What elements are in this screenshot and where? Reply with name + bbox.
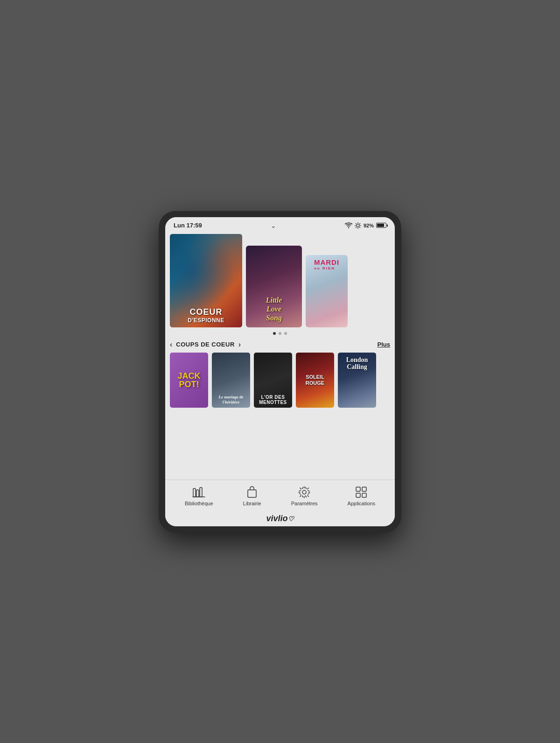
featured-book-2-title: LittleLoveSong [266,296,282,323]
apps-icon [354,486,369,499]
next-arrow[interactable]: › [238,340,241,349]
nav-applications-label: Applications [348,501,375,506]
nav-parametres[interactable]: Paramètres [291,486,318,506]
nav-librairie-label: Librairie [243,501,261,506]
svg-rect-17 [356,493,360,497]
wifi-icon [345,222,352,228]
book-menottes-title: L'OR DESMENOTTES [259,395,287,405]
vivlio-footer: vivlio♡ [165,510,395,526]
nav-parametres-label: Paramètres [291,501,318,506]
section-nav: ‹ COUPS DE COEUR › [170,340,241,349]
book-jackpot[interactable]: JACKPOT! [170,353,208,408]
svg-rect-16 [362,487,366,491]
book-london[interactable]: LondonCalling [338,353,376,408]
svg-rect-18 [362,493,366,497]
nav-bibliotheque[interactable]: Bibliothèque [185,486,213,506]
library-icon [191,486,206,499]
svg-rect-15 [356,487,360,491]
nav-applications[interactable]: Applications [348,486,375,506]
battery-icon [376,223,386,228]
featured-book-3[interactable]: MARDI ou RIEN [306,255,348,327]
status-right: 92% [345,222,386,229]
svg-line-7 [359,223,360,224]
settings-icon [297,486,312,499]
bottom-nav: Bibliothèque Librairie [165,480,395,510]
section-header: ‹ COUPS DE COEUR › Plus [170,340,390,349]
carousel-dots [170,332,390,335]
featured-book-3-title: MARDI ou RIEN [314,259,339,271]
nav-librairie[interactable]: Librairie [243,486,261,506]
battery-percent: 92% [364,223,374,228]
vivlio-heart-icon: ♡ [288,515,294,523]
more-link[interactable]: Plus [378,341,390,348]
books-row: JACKPOT! Le mariage del'héritière L'OR D… [170,353,390,408]
prev-arrow[interactable]: ‹ [170,340,172,349]
chevron-down-icon[interactable]: ⌄ [271,222,276,229]
section-title: COUPS DE COEUR [176,341,234,348]
dot-1[interactable] [273,332,276,335]
book-mariage[interactable]: Le mariage del'héritière [212,353,250,408]
featured-carousel[interactable]: COEUR D'ESPIONNE LittleLoveSong [170,232,390,338]
svg-rect-10 [196,490,199,497]
book-menottes[interactable]: L'OR DESMENOTTES [254,353,292,408]
device: Lun 17:59 ⌄ [159,211,401,533]
screen: Lun 17:59 ⌄ [165,217,395,526]
svg-rect-13 [248,490,256,497]
dot-2[interactable] [279,332,281,335]
featured-book-1[interactable]: COEUR D'ESPIONNE [170,234,242,327]
svg-line-8 [356,227,356,227]
svg-line-5 [356,223,356,224]
featured-book-2[interactable]: LittleLoveSong [246,246,302,327]
book-london-title: LondonCalling [346,356,368,371]
store-icon [245,486,259,499]
status-time: Lun 17:59 [174,222,202,229]
svg-line-6 [359,227,360,227]
book-soleil[interactable]: SOLEILROUGE [296,353,334,408]
nav-bibliotheque-label: Bibliothèque [185,501,213,506]
book-soleil-title: SOLEILROUGE [306,374,324,385]
featured-book-1-title: COEUR D'ESPIONNE [188,308,224,324]
svg-rect-11 [200,488,202,497]
dot-3[interactable] [284,332,287,335]
svg-point-14 [302,490,306,494]
svg-point-0 [357,224,359,227]
brightness-icon [355,222,361,229]
book-jackpot-title: JACKPOT! [177,372,200,389]
status-bar: Lun 17:59 ⌄ [165,217,395,232]
book-mariage-title: Le mariage del'héritière [219,395,244,405]
main-content: COEUR D'ESPIONNE LittleLoveSong [165,232,395,480]
svg-rect-9 [193,488,196,497]
vivlio-brand: vivlio♡ [266,514,294,523]
